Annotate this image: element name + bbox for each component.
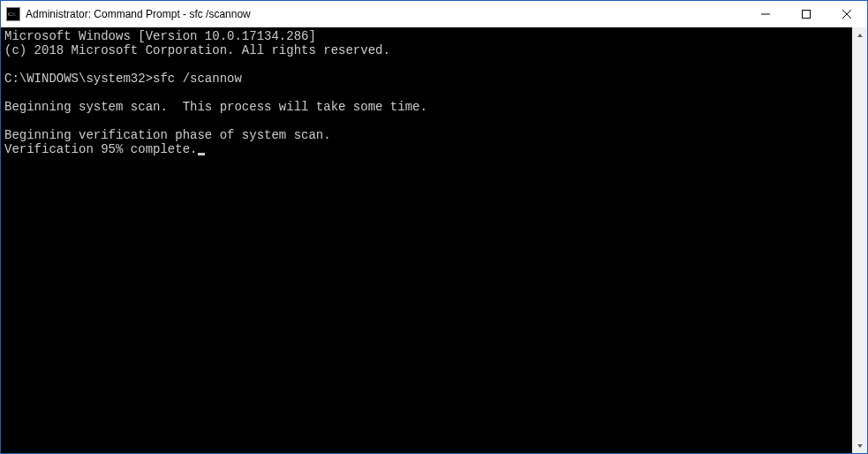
cmd-icon: C:\	[6, 7, 20, 21]
terminal-line: (c) 2018 Microsoft Corporation. All righ…	[4, 43, 849, 57]
window-controls	[745, 1, 867, 27]
scroll-up-button[interactable]	[852, 27, 867, 42]
terminal-line: Verification 95% complete.	[4, 142, 849, 156]
svg-marker-8	[857, 444, 863, 448]
titlebar[interactable]: C:\ Administrator: Command Prompt - sfc …	[1, 1, 867, 27]
terminal-line: Beginning system scan. This process will…	[4, 100, 849, 114]
minimize-button[interactable]	[745, 1, 786, 27]
vertical-scrollbar[interactable]	[852, 27, 867, 453]
window-title: Administrator: Command Prompt - sfc /sca…	[26, 8, 745, 20]
text-cursor	[198, 153, 205, 155]
client-area: Microsoft Windows [Version 10.0.17134.28…	[1, 27, 867, 453]
command-prompt-window: C:\ Administrator: Command Prompt - sfc …	[1, 1, 867, 453]
svg-rect-4	[803, 11, 811, 19]
terminal-line: Microsoft Windows [Version 10.0.17134.28…	[4, 29, 849, 43]
scrollbar-track[interactable]	[852, 42, 867, 438]
terminal-line: C:\WINDOWS\system32>sfc /scannow	[4, 72, 849, 86]
svg-text:C:\: C:\	[8, 11, 16, 18]
maximize-button[interactable]	[786, 1, 826, 27]
terminal-line: Beginning verification phase of system s…	[4, 128, 849, 142]
close-button[interactable]	[826, 1, 867, 27]
terminal-line	[4, 114, 849, 128]
scroll-down-button[interactable]	[852, 438, 867, 453]
svg-marker-7	[857, 34, 863, 37]
terminal-line	[4, 57, 849, 72]
terminal-line	[4, 86, 849, 100]
terminal-output[interactable]: Microsoft Windows [Version 10.0.17134.28…	[1, 27, 852, 453]
